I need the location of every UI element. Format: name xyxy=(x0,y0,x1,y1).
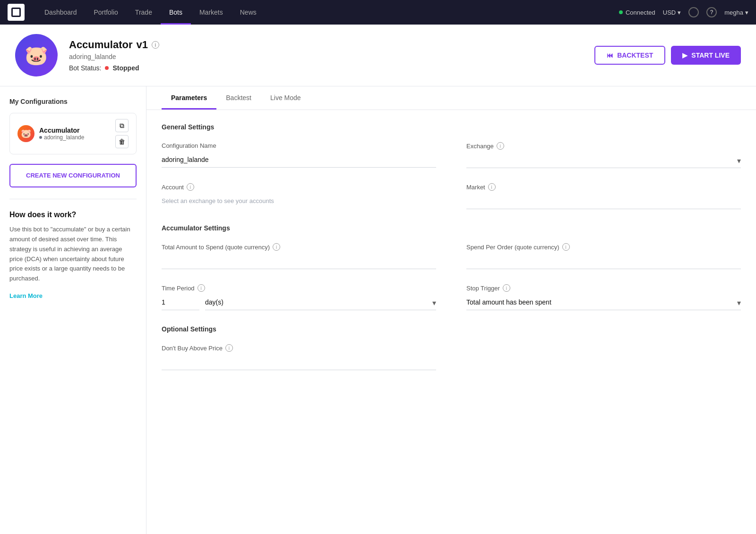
bot-info: Accumulator v1 i adoring_lalande Bot Sta… xyxy=(69,39,594,72)
config-card[interactable]: 🐷 Accumulator adoring_lalande ⧉ 🗑 xyxy=(9,113,137,154)
bot-title: Accumulator v1 i xyxy=(69,39,594,51)
my-configs-title: My Configurations xyxy=(9,98,137,105)
optional-settings-grid: Don't Buy Above Price i xyxy=(162,344,741,370)
bot-status-label: Bot Status: xyxy=(69,64,101,72)
play-icon: ▶ xyxy=(682,51,687,59)
time-period-field: Time Period i day(s) hour(s) minute(s) xyxy=(162,284,436,310)
account-placeholder: Select an exchange to see your accounts xyxy=(162,194,436,208)
main-content: Parameters Backtest Live Mode General Se… xyxy=(146,86,756,534)
sidebar: My Configurations 🐷 Accumulator adoring_… xyxy=(0,86,146,534)
stopped-dot-icon xyxy=(105,66,109,70)
nav-logo[interactable] xyxy=(8,4,25,21)
total-amount-info-icon[interactable]: i xyxy=(273,243,280,251)
status-label: Connected xyxy=(626,9,655,16)
delete-config-button[interactable]: 🗑 xyxy=(115,135,129,148)
account-field: Account i Select an exchange to see your… xyxy=(162,183,436,209)
spend-per-order-label: Spend Per Order (quote currency) i xyxy=(466,243,741,251)
exchange-select[interactable] xyxy=(466,153,741,168)
general-settings-grid: Configuration Name Exchange i xyxy=(162,142,741,209)
tab-backtest[interactable]: Backtest xyxy=(216,86,261,110)
tab-live-mode[interactable]: Live Mode xyxy=(261,86,310,110)
nav-trade[interactable]: Trade xyxy=(127,0,161,25)
market-input[interactable] xyxy=(466,194,741,209)
theme-toggle[interactable] xyxy=(688,7,699,17)
account-label: Account i xyxy=(162,183,436,191)
exchange-label: Exchange i xyxy=(466,142,741,150)
bot-version: v1 xyxy=(136,39,147,51)
logo-icon xyxy=(11,8,21,17)
spend-per-order-info-icon[interactable]: i xyxy=(562,243,570,251)
accumulator-settings-grid: Total Amount to Spend (quote currency) i… xyxy=(162,243,741,310)
nav-links: Dashboard Portfolio Trade Bots Markets N… xyxy=(36,0,619,25)
account-info-icon[interactable]: i xyxy=(187,183,194,191)
currency-selector[interactable]: USD ▾ xyxy=(663,9,681,16)
dont-buy-above-input[interactable] xyxy=(162,355,436,370)
config-owner: adoring_lalande xyxy=(39,134,111,141)
bot-avatar: 🐷 xyxy=(15,34,58,76)
total-amount-label: Total Amount to Spend (quote currency) i xyxy=(162,243,436,251)
backtest-label: BACKTEST xyxy=(617,51,653,59)
bot-header: 🐷 Accumulator v1 i adoring_lalande Bot S… xyxy=(0,25,756,86)
status-dot-icon xyxy=(619,10,623,14)
config-avatar: 🐷 xyxy=(17,125,34,142)
exchange-select-wrapper xyxy=(466,153,741,168)
time-period-number-input[interactable] xyxy=(162,295,199,310)
market-info-icon[interactable]: i xyxy=(488,183,496,191)
start-live-button[interactable]: ▶ START LIVE xyxy=(671,46,741,65)
stop-trigger-wrapper: Total amount has been spent Never Custom xyxy=(466,295,741,310)
user-chevron-icon: ▾ xyxy=(745,9,748,16)
help-button[interactable]: ? xyxy=(706,7,717,17)
config-name-input[interactable] xyxy=(162,152,436,168)
exchange-info-icon[interactable]: i xyxy=(497,142,504,150)
currency-label: USD xyxy=(663,9,676,16)
spend-per-order-input[interactable] xyxy=(466,254,741,269)
bot-status: Bot Status: Stopped xyxy=(69,64,594,72)
username-label: megha xyxy=(724,9,743,16)
config-name-label: Configuration Name xyxy=(162,142,436,149)
bot-info-icon[interactable]: i xyxy=(152,41,159,49)
dont-buy-above-field: Don't Buy Above Price i xyxy=(162,344,436,370)
time-unit-select[interactable]: day(s) hour(s) minute(s) xyxy=(205,295,436,310)
owner-dot-icon xyxy=(39,136,42,139)
time-period-label: Time Period i xyxy=(162,284,436,292)
spend-per-order-field: Spend Per Order (quote currency) i xyxy=(466,243,741,269)
config-name-field: Configuration Name xyxy=(162,142,436,168)
start-live-label: START LIVE xyxy=(691,51,730,59)
user-menu[interactable]: megha ▾ xyxy=(724,9,748,16)
stop-trigger-select[interactable]: Total amount has been spent Never Custom xyxy=(466,295,741,310)
time-period-info-icon[interactable]: i xyxy=(198,284,205,292)
market-field: Market i xyxy=(466,183,741,209)
backtest-button[interactable]: ⏮ BACKTEST xyxy=(594,46,665,65)
stop-trigger-label: Stop Trigger i xyxy=(466,284,741,292)
nav-portfolio[interactable]: Portfolio xyxy=(86,0,127,25)
market-label: Market i xyxy=(466,183,741,191)
dont-buy-above-info-icon[interactable]: i xyxy=(225,344,233,352)
connection-status: Connected xyxy=(619,9,655,16)
tabs: Parameters Backtest Live Mode xyxy=(146,86,756,110)
bot-name: Accumulator xyxy=(69,39,132,51)
stop-trigger-field: Stop Trigger i Total amount has been spe… xyxy=(466,284,741,310)
bot-owner: adoring_lalande xyxy=(69,53,594,60)
total-amount-input[interactable] xyxy=(162,254,436,269)
nav-dashboard[interactable]: Dashboard xyxy=(36,0,86,25)
stop-trigger-info-icon[interactable]: i xyxy=(503,284,510,292)
bot-actions: ⏮ BACKTEST ▶ START LIVE xyxy=(594,46,741,65)
learn-more-link[interactable]: Learn More xyxy=(9,292,43,299)
nav-bots[interactable]: Bots xyxy=(161,0,191,25)
how-it-works-title: How does it work? xyxy=(9,211,137,219)
config-actions: ⧉ 🗑 xyxy=(115,119,129,148)
nav-markets[interactable]: Markets xyxy=(191,0,232,25)
copy-config-button[interactable]: ⧉ xyxy=(115,119,129,132)
time-period-row: day(s) hour(s) minute(s) xyxy=(162,295,436,310)
nav-news[interactable]: News xyxy=(232,0,265,25)
create-config-button[interactable]: CREATE NEW CONFIGURATION xyxy=(9,164,137,187)
dont-buy-above-label: Don't Buy Above Price i xyxy=(162,344,436,352)
time-unit-wrapper: day(s) hour(s) minute(s) xyxy=(205,295,436,310)
how-it-works-text: Use this bot to "accumulate" or buy a ce… xyxy=(9,225,137,284)
navbar: Dashboard Portfolio Trade Bots Markets N… xyxy=(0,0,756,25)
form-area: General Settings Configuration Name Exch… xyxy=(146,110,756,398)
general-settings-title: General Settings xyxy=(162,123,741,131)
chevron-down-icon: ▾ xyxy=(678,9,681,16)
exchange-field: Exchange i xyxy=(466,142,741,168)
tab-parameters[interactable]: Parameters xyxy=(162,86,216,110)
